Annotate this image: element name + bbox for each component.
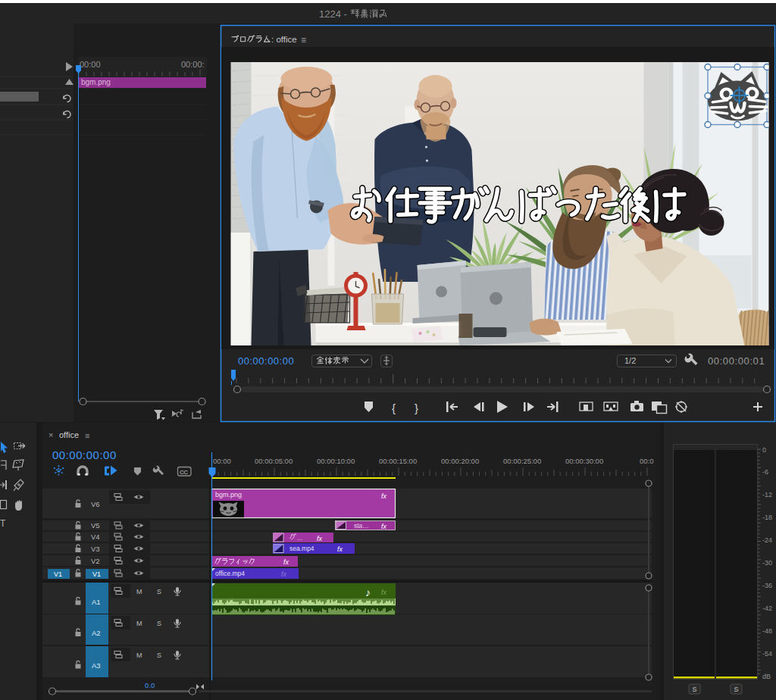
svg-text:≡: ≡ xyxy=(85,431,89,440)
svg-text:0: 0 xyxy=(762,446,766,454)
svg-text:00:00:20:00: 00:00:20:00 xyxy=(441,457,479,465)
svg-text:S: S xyxy=(734,686,739,693)
svg-text:S: S xyxy=(157,620,161,627)
svg-text:...: ... xyxy=(297,534,302,542)
svg-text:bgm.png: bgm.png xyxy=(215,491,242,498)
svg-text:fx: fx xyxy=(281,570,287,578)
svg-text:A2: A2 xyxy=(92,629,101,637)
svg-text:V3: V3 xyxy=(91,545,100,553)
svg-text:00:00:00:00: 00:00:00:00 xyxy=(238,355,294,367)
svg-text:V5: V5 xyxy=(91,521,100,530)
svg-text:-48: -48 xyxy=(762,627,772,635)
svg-text:×: × xyxy=(48,430,53,439)
svg-text:V1: V1 xyxy=(92,570,101,578)
svg-text:00:00:10:00: 00:00:10:00 xyxy=(317,457,355,465)
svg-text:≡: ≡ xyxy=(301,35,306,45)
svg-text:-54: -54 xyxy=(762,650,772,658)
svg-text:00:00:30:00: 00:00:30:00 xyxy=(565,457,603,465)
svg-text:M: M xyxy=(136,588,142,595)
svg-text:00:00:25:00: 00:00:25:00 xyxy=(503,457,541,465)
svg-text:A1: A1 xyxy=(92,598,101,606)
svg-text:sea.mp4: sea.mp4 xyxy=(289,545,314,552)
svg-text:-24: -24 xyxy=(762,536,772,544)
svg-text:sta…: sta… xyxy=(354,522,369,530)
svg-text:CC: CC xyxy=(180,469,188,476)
svg-text:-18: -18 xyxy=(762,514,772,521)
svg-text:M: M xyxy=(136,652,142,659)
svg-text:T: T xyxy=(0,518,6,529)
svg-text:S: S xyxy=(157,652,161,659)
svg-text:-12: -12 xyxy=(762,491,772,498)
svg-text:1/2: 1/2 xyxy=(624,356,636,365)
svg-text:00:00:05:00: 00:00:05:00 xyxy=(255,457,293,465)
svg-text:1224 -: 1224 - xyxy=(319,8,347,20)
svg-text:fx: fx xyxy=(381,589,387,596)
svg-text:fx: fx xyxy=(337,545,343,553)
svg-text:fx: fx xyxy=(381,492,387,500)
svg-text:S: S xyxy=(157,588,161,595)
svg-text:V1: V1 xyxy=(54,570,62,578)
svg-text:}: } xyxy=(415,402,418,414)
svg-text:V6: V6 xyxy=(91,500,100,508)
svg-text:A3: A3 xyxy=(92,661,101,670)
svg-text:V4: V4 xyxy=(91,533,100,541)
svg-text:-42: -42 xyxy=(762,605,772,612)
svg-text:00:00:00:00: 00:00:00:00 xyxy=(52,448,117,461)
svg-text:00:00:15:00: 00:00:15:00 xyxy=(379,457,417,465)
svg-text:{: { xyxy=(392,402,396,414)
svg-text:00:00: 00:00 xyxy=(213,457,231,465)
svg-text:00:00:: 00:00: xyxy=(181,60,205,69)
svg-text:fx: fx xyxy=(317,535,323,542)
svg-text:M: M xyxy=(136,620,142,627)
svg-text:00:00:00:01: 00:00:00:01 xyxy=(708,355,765,367)
svg-text:fx: fx xyxy=(283,558,289,566)
svg-text:♪: ♪ xyxy=(365,586,371,598)
svg-text:dB: dB xyxy=(762,673,771,680)
svg-text:-6: -6 xyxy=(762,468,768,476)
svg-text:S: S xyxy=(693,686,697,693)
svg-text:office: office xyxy=(59,430,79,439)
svg-text:-36: -36 xyxy=(762,582,772,589)
svg-text:-30: -30 xyxy=(762,559,772,567)
svg-text:0.0: 0.0 xyxy=(145,681,155,689)
svg-text:fx: fx xyxy=(381,523,387,530)
svg-text:bgm.png: bgm.png xyxy=(81,78,111,86)
svg-text:00:00: 00:00 xyxy=(80,60,101,69)
svg-text:office.mp4: office.mp4 xyxy=(215,570,245,577)
svg-text:V2: V2 xyxy=(91,557,100,565)
svg-text:00:0: 00:0 xyxy=(640,457,654,465)
svg-text:: office: : office xyxy=(271,35,297,44)
